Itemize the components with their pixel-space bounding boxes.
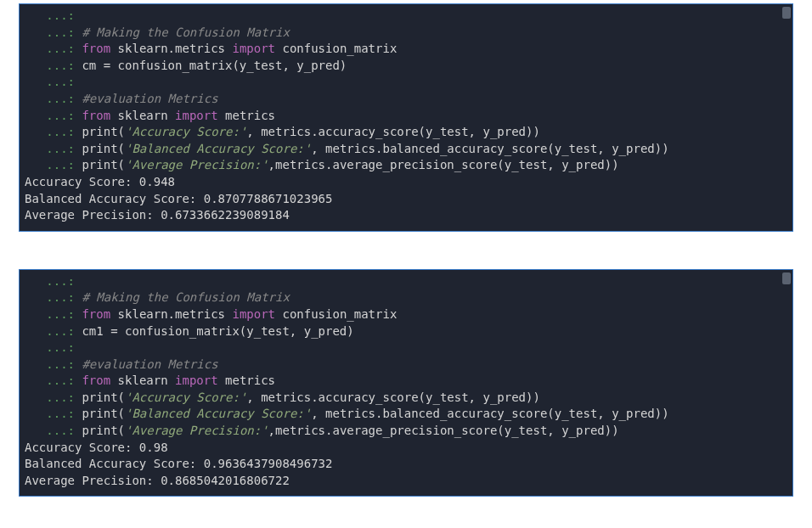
prompt: ...: [25,390,82,404]
comment: # Making the Confusion Matrix [82,25,289,39]
code-line: ...: from sklearn.metrics import confusi… [20,306,792,323]
output-line: Accuracy Score: 0.98 [20,440,792,457]
code-line: ...: [20,340,792,357]
code-line: ...: from sklearn import metrics [20,108,792,125]
code-line: ...: from sklearn.metrics import confusi… [20,41,792,58]
code-line: ...: [20,74,792,91]
scrollbar-thumb[interactable] [782,7,791,19]
output-line: Average Precision: 0.6733662239089184 [20,207,792,224]
output-line: Balanced Accuracy Score: 0.8707788671023… [20,191,792,208]
prompt: ...: [25,158,82,171]
code-line: ...: print('Average Precision:',metrics.… [20,157,792,174]
code-line: ...: cm = confusion_matrix(y_test, y_pre… [20,58,792,75]
code-line: ...: [20,8,792,25]
prompt: ...: [25,8,82,22]
prompt: ...: [25,324,82,338]
prompt: ...: [25,25,82,39]
prompt: ...: [25,142,82,155]
output-line: Average Precision: 0.8685042016806722 [20,473,792,490]
prompt: ...: [25,290,82,304]
console-block-2: ...: ...: # Making the Confusion Matrix … [19,269,793,497]
prompt: ...: [25,125,82,138]
output-line: Balanced Accuracy Score: 0.9636437908496… [20,456,792,473]
code-line: ...: print('Balanced Accuracy Score:', m… [20,406,792,423]
prompt: ...: [25,340,82,354]
code-line: ...: [20,273,792,290]
prompt: ...: [25,59,82,72]
prompt: ...: [25,407,82,420]
prompt: ...: [25,92,82,105]
prompt: ...: [25,274,82,288]
code-line: ...: from sklearn import metrics [20,373,792,390]
prompt: ...: [25,374,82,387]
prompt: ...: [25,307,82,321]
code-line: ...: #evaluation Metrics [20,91,792,108]
code-line: ...: print('Accuracy Score:', metrics.ac… [20,124,792,141]
prompt: ...: [25,357,82,371]
output-line: Accuracy Score: 0.948 [20,174,792,191]
code-line: ...: print('Balanced Accuracy Score:', m… [20,141,792,158]
comment: #evaluation Metrics [82,92,217,105]
code-line: ...: print('Average Precision:',metrics.… [20,423,792,440]
code-line: ...: cm1 = confusion_matrix(y_test, y_pr… [20,323,792,340]
comment: # Making the Confusion Matrix [82,290,289,304]
scrollbar-thumb[interactable] [782,272,791,284]
code-line: ...: # Making the Confusion Matrix [20,289,792,306]
comment: #evaluation Metrics [82,357,217,371]
code-line: ...: #evaluation Metrics [20,357,792,374]
code-line: ...: # Making the Confusion Matrix [20,25,792,42]
prompt: ...: [25,424,82,437]
prompt: ...: [25,109,82,122]
code-line: ...: print('Accuracy Score:', metrics.ac… [20,390,792,407]
prompt: ...: [25,42,82,55]
console-block-1: ...: ...: # Making the Confusion Matrix … [19,3,793,232]
prompt: ...: [25,75,82,88]
